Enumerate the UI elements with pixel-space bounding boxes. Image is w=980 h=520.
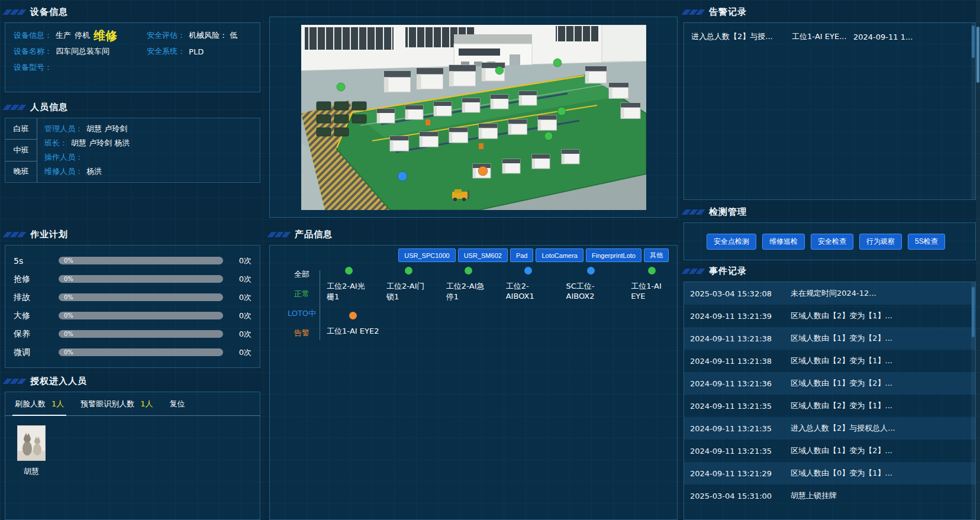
event-time: 2025-03-04 15:32:08 xyxy=(690,289,791,298)
button-pad[interactable]: Pad xyxy=(510,248,534,262)
button-safety-inspection[interactable]: 安全检查 xyxy=(811,234,853,250)
manager-value: 胡慧 卢玲剑 xyxy=(86,124,127,134)
button-behavior-observation[interactable]: 行为观察 xyxy=(859,234,902,250)
button-other[interactable]: 其他 xyxy=(644,248,669,262)
device-item[interactable]: 工位1-AI EYE xyxy=(631,267,672,302)
filter-loto[interactable]: LOTO中 xyxy=(286,308,317,319)
event-row[interactable]: 2024-09-11 13:21:29 区域人数由【0】变为【1】... xyxy=(684,462,975,485)
button-usr-sm602[interactable]: USR_SM602 xyxy=(458,248,508,262)
event-row[interactable]: 2025-03-04 15:31:00 胡慧上锁挂牌 xyxy=(684,485,975,507)
device-name-label: 设备名称： xyxy=(14,46,52,57)
device-info-box: 设备信息： 生产 停机 维修 安全评估： 机械风险： 低 设备名称： 四车间总装… xyxy=(5,22,260,92)
plan-row-maintenance: 保养 0% 0次 xyxy=(14,329,252,340)
event-row[interactable]: 2024-09-11 13:21:35 区域人数由【1】变为【2】... xyxy=(684,440,975,462)
event-message: 进入总人数【2】与授权总人... xyxy=(791,423,975,434)
device-status-dot xyxy=(345,267,353,274)
personnel-rows: 管理人员： 胡慧 卢玲剑 班长： 胡慧 卢玲剑 杨洪 操作人员： 维修人员： 杨… xyxy=(37,118,260,182)
button-safety-spot-check[interactable]: 安全点检测 xyxy=(707,234,756,250)
progress-percent: 0% xyxy=(64,294,73,301)
event-row[interactable]: 2024-09-11 13:21:36 区域人数由【1】变为【2】... xyxy=(684,372,975,395)
plan-row-troubleshoot: 排故 0% 0次 xyxy=(14,292,252,303)
product-info-box: USR_SPC1000 USR_SM602 Pad LotoCamera Fin… xyxy=(269,245,678,520)
button-fingerprintloto[interactable]: FingerprintLoto xyxy=(586,248,641,262)
button-maintenance-patrol[interactable]: 维修巡检 xyxy=(762,234,805,250)
alarm-time: 2024-09-11 1... xyxy=(853,33,968,41)
button-lotocamera[interactable]: LotoCamera xyxy=(536,248,584,262)
detection-title: 检测管理 xyxy=(709,206,747,218)
safety-system-row: 安全系统： PLD xyxy=(147,46,252,57)
progress-percent: 0% xyxy=(64,331,73,337)
work-plan-header: 作业计划 xyxy=(5,227,260,241)
person-card[interactable]: 胡慧 xyxy=(15,425,48,477)
device-item[interactable]: 工位1-AI EYE2 xyxy=(327,312,379,337)
event-row[interactable]: 2024-09-11 13:21:35 区域人数由【2】变为【1】... xyxy=(684,395,975,417)
event-message: 区域人数由【2】变为【1】... xyxy=(791,401,975,411)
plan-count: 0次 xyxy=(229,311,252,321)
plan-label: 5s xyxy=(14,256,53,266)
panel-personnel: 人员信息 白班 中班 晚班 管理人员： 胡慧 卢玲剑 班长： 胡慧 卢玲剑 杨洪 xyxy=(5,100,260,227)
device-name: 工位2-AIBOX1 xyxy=(506,281,551,301)
device-status-dot xyxy=(648,267,656,274)
plan-count: 0次 xyxy=(229,292,252,303)
alarms-scrollbar[interactable] xyxy=(971,23,975,199)
product-info-title: 产品信息 xyxy=(295,229,333,240)
event-time: 2024-09-11 13:21:38 xyxy=(690,334,791,343)
factory-3d-view[interactable] xyxy=(301,25,646,210)
tab-eye-count[interactable]: 预警眼识别人数 1人 xyxy=(80,392,153,415)
device-status-dot xyxy=(465,267,472,274)
event-row[interactable]: 2024-09-11 13:21:38 区域人数由【2】变为【1】... xyxy=(684,350,975,372)
reset-button[interactable]: 复位 xyxy=(170,399,185,409)
plan-row-rush-repair: 抢修 0% 0次 xyxy=(14,274,252,285)
device-name: 工位1-AI EYE2 xyxy=(327,326,379,337)
triple-arrow-icon xyxy=(5,9,24,15)
event-row[interactable]: 2024-09-11 13:21:39 区域人数由【2】变为【1】... xyxy=(684,305,975,327)
events-scrollbar[interactable] xyxy=(971,282,975,519)
device-item[interactable]: 工位2-AI门锁1 xyxy=(386,267,431,302)
filter-normal[interactable]: 正常 xyxy=(286,289,317,299)
product-info-header: 产品信息 xyxy=(269,227,678,241)
manager-label: 管理人员： xyxy=(44,124,83,134)
button-5s-check[interactable]: 5S检查 xyxy=(908,234,945,250)
device-name: 工位2-AI急停1 xyxy=(446,281,491,302)
button-usr-spc1000[interactable]: USR_SPC1000 xyxy=(398,248,455,262)
shift-tab-middle[interactable]: 中班 xyxy=(5,140,37,161)
page-scrollbar[interactable] xyxy=(976,0,980,520)
status-filters: 全部 正常 LOTO中 告警 xyxy=(286,269,317,338)
filter-alarm[interactable]: 告警 xyxy=(286,328,317,338)
plan-row-fine-tune: 微调 0% 0次 xyxy=(14,347,252,358)
shift-tab-day[interactable]: 白班 xyxy=(5,118,37,140)
alarms-box: 进入总人数【2】与授... 工位1-AI EYE... 2024-09-11 1… xyxy=(684,22,976,200)
progress-percent: 0% xyxy=(64,349,73,356)
events-header: 事件记录 xyxy=(684,264,976,278)
device-item[interactable]: 工位2-AIBOX1 xyxy=(506,267,551,302)
alarm-row[interactable]: 进入总人数【2】与授... 工位1-AI EYE... 2024-09-11 1… xyxy=(684,28,975,46)
event-row[interactable]: 2024-09-11 13:21:38 区域人数由【1】变为【2】... xyxy=(684,327,975,350)
alarms-title: 告警记录 xyxy=(709,7,747,18)
filter-all[interactable]: 全部 xyxy=(286,269,317,280)
person-photo[interactable] xyxy=(17,425,46,461)
maintainer-label: 维修人员： xyxy=(44,166,83,177)
panel-alarms: 告警记录 进入总人数【2】与授... 工位1-AI EYE... 2024-09… xyxy=(684,5,976,200)
panel-work-plan: 作业计划 5s 0% 0次 抢修 0% 0次 排故 0% 0次 xyxy=(5,227,260,374)
alarm-message: 进入总人数【2】与授... xyxy=(691,31,792,42)
device-item[interactable]: 工位2-AI光栅1 xyxy=(327,267,371,302)
personnel-title: 人员信息 xyxy=(30,102,68,113)
tab-face-count[interactable]: 刷脸人数 1人 xyxy=(15,392,64,415)
leader-value: 胡慧 卢玲剑 杨洪 xyxy=(71,138,130,148)
shift-tab-night[interactable]: 晚班 xyxy=(5,162,37,182)
filter-divider xyxy=(320,270,320,340)
event-row[interactable]: 2024-09-11 13:21:35 进入总人数【2】与授权总人... xyxy=(684,417,975,440)
device-status-dot xyxy=(587,267,595,274)
device-model-row: 设备型号： xyxy=(14,62,147,73)
plan-count: 0次 xyxy=(229,329,252,340)
device-item[interactable]: SC工位-AIBOX2 xyxy=(566,267,615,302)
progress-bar: 0% xyxy=(59,257,223,264)
progress-bar: 0% xyxy=(59,293,223,301)
device-row-1: 工位2-AI光栅1 工位2-AI门锁1 工位2-AI急停1 工位2-A xyxy=(327,267,672,302)
device-item[interactable]: 工位2-AI急停1 xyxy=(446,267,491,302)
event-time: 2025-03-04 15:31:00 xyxy=(690,492,791,500)
triple-arrow-icon xyxy=(684,209,703,215)
plan-label: 抢修 xyxy=(14,274,53,285)
personnel-header: 人员信息 xyxy=(5,100,260,114)
event-row[interactable]: 2025-03-04 15:32:08 未在规定时间2024-12... xyxy=(684,282,975,305)
